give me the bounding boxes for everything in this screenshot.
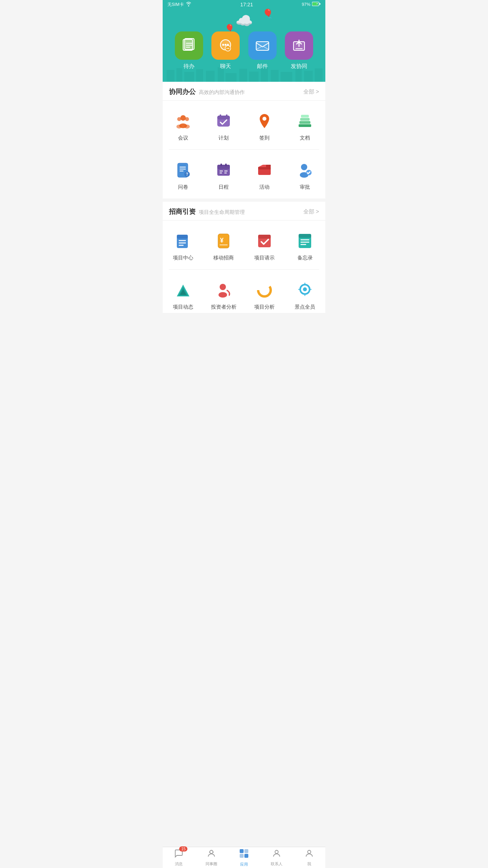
grid-item-richeng[interactable]: 日程 [204,154,244,195]
status-time: 17:21 [240,2,253,7]
huiyi-label: 会议 [178,134,188,142]
beiwanglu-icon [295,231,315,251]
beiwanglu-label: 备忘录 [297,254,313,261]
svg-point-27 [225,46,231,51]
svg-rect-80 [258,235,271,239]
richeng-label: 日程 [218,184,229,191]
yidongzhaoshang-label: 移动招商 [213,254,234,261]
xietong-title: 协同办公 [169,87,196,96]
huodong-label: 活动 [259,184,270,191]
grid-item-wenjuan[interactable]: ? 问卷 [163,154,204,195]
svg-rect-9 [226,73,237,82]
bottom-spacer [163,316,325,340]
svg-rect-47 [301,115,309,118]
grid-item-huiyi[interactable]: 会议 [163,105,204,145]
zhaoshang-row2: 项目动态 投资者分析 项目分析 [163,270,325,313]
svg-rect-82 [299,234,311,238]
liaotian-icon-box [211,31,240,60]
hero-item-fatongyi[interactable]: 发协同 [285,31,313,70]
xiangmudongtai-icon [173,280,193,300]
grid-item-touzizhefenxi[interactable]: 投资者分析 [204,274,244,313]
svg-text:?: ? [186,172,188,177]
svg-rect-6 [196,69,203,82]
svg-rect-46 [300,118,310,121]
touzizhefenxi-label: 投资者分析 [211,303,237,311]
svg-rect-5 [184,72,194,82]
hero-icon-grid: 待办 🎈 聊天 [171,31,317,70]
jingdiquanyi-label: 景点全员 [295,303,315,311]
svg-rect-44 [299,124,311,127]
xietong-header: 协同办公 高效的内部沟通协作 全部 > [163,82,325,101]
svg-rect-41 [220,114,221,118]
svg-point-33 [180,115,186,121]
svg-point-34 [177,117,181,121]
hero-item-daiban[interactable]: 待办 [175,31,203,70]
grid-item-yidongzhaoshang[interactable]: ¥ 移动招商 [204,224,244,265]
svg-point-92 [261,286,268,294]
balloon-decoration: 🎈 [262,9,273,19]
svg-point-37 [176,125,182,129]
zhaoshang-header: 招商引资 项目全生命周期管理 全部 > [163,202,325,221]
svg-rect-71 [177,235,188,239]
svg-rect-17 [315,68,323,82]
xietong-more[interactable]: 全部 > [303,88,319,96]
svg-rect-7 [206,71,215,82]
svg-point-24 [222,44,224,46]
grid-item-jihua[interactable]: 计划 [204,105,244,145]
daiban-icon-box [175,31,203,60]
grid-item-xiangmuqingshi[interactable]: 项目请示 [244,224,285,265]
grid-item-qiandao[interactable]: 签到 [244,105,285,145]
svg-point-43 [262,117,266,121]
grid-item-shenpi[interactable]: 审批 [285,154,326,195]
battery-percent: 97% [302,2,310,7]
svg-point-90 [218,292,227,298]
grid-item-jingdiquanyi[interactable]: 景点全员 [285,274,326,313]
shenpi-label: 审批 [300,184,310,191]
hero-item-youjian[interactable]: 邮件 [248,31,277,70]
svg-rect-16 [304,71,313,82]
svg-rect-58 [225,164,227,166]
wifi-icon [185,2,192,7]
svg-point-29 [228,48,229,49]
cityscape-bg [163,66,325,82]
svg-rect-10 [239,69,247,82]
huodong-icon [254,160,275,180]
grid-item-wendang[interactable]: 文档 [285,105,326,145]
jihua-icon [213,111,234,131]
svg-rect-40 [217,116,230,120]
xiangmuqingshi-icon [254,231,275,251]
svg-rect-12 [261,68,268,82]
svg-rect-11 [249,72,259,82]
svg-rect-45 [299,121,310,124]
xiangmufenxi-label: 项目分析 [254,303,275,311]
svg-point-25 [225,44,227,46]
svg-point-95 [303,287,307,291]
wendang-icon [295,111,315,131]
richeng-icon [213,160,234,180]
jihua-label: 计划 [218,134,229,142]
liaotian-label: 聊天 [220,63,231,70]
grid-item-beiwanglu[interactable]: 备忘录 [285,224,326,265]
xiangmuzhongxin-icon [173,231,193,251]
grid-item-xiangmudongtai[interactable]: 项目动态 [163,274,204,313]
huiyi-icon [173,111,193,131]
zhaoshang-more[interactable]: 全部 > [303,208,319,215]
svg-rect-30 [256,42,269,50]
hero-item-liaotian[interactable]: 🎈 聊天 [211,31,240,70]
yidongzhaoshang-icon: ¥ [213,231,234,251]
svg-rect-19 [185,39,194,50]
grid-item-xiangmufenxi[interactable]: 项目分析 [244,274,285,313]
wenjuan-icon: ? [173,160,193,180]
zhaoshang-subtitle: 项目全生命周期管理 [199,209,245,216]
svg-text:¥: ¥ [220,237,224,244]
fatongyi-icon-box [285,31,313,60]
zhaoshang-row1: 项目中心 ¥ 移动招商 项目请示 [163,221,325,269]
svg-rect-15 [295,69,302,82]
shenpi-icon [295,160,315,180]
grid-item-huodong[interactable]: 活动 [244,154,285,195]
xiangmufenxi-icon [254,280,275,300]
svg-rect-2 [319,3,321,5]
wenjuan-label: 问卷 [178,184,188,191]
hero-banner: ☁️ 🎈 待办 🎈 [163,9,325,82]
grid-item-xiangmuzhongxin[interactable]: 项目中心 [163,224,204,265]
